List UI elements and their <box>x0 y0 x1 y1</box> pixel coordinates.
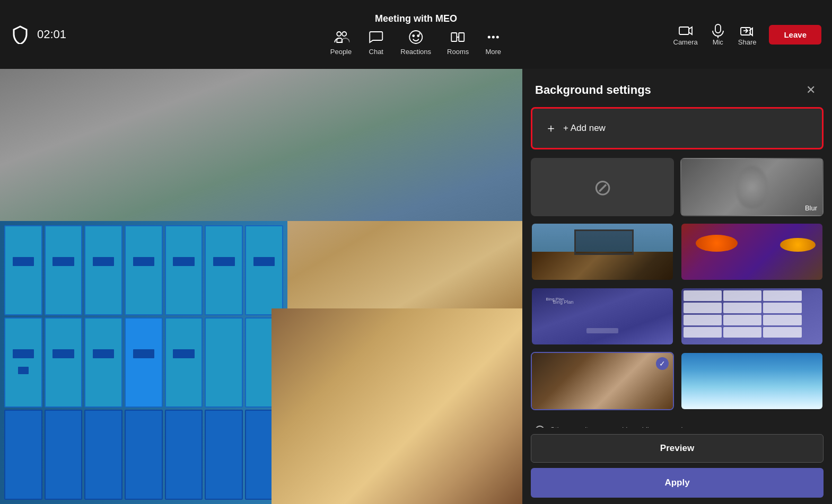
mic-icon <box>711 23 725 38</box>
share-control[interactable]: Share <box>738 23 757 46</box>
svg-point-9 <box>492 36 495 39</box>
notice-bar: i Others won't see your video while you … <box>531 419 824 428</box>
nav-item-more[interactable]: More <box>485 29 502 56</box>
preview-button[interactable]: Preview <box>531 434 824 463</box>
panel-content: ＋ + Add new ⊘ Blur <box>522 107 832 428</box>
none-thumb-inner: ⊘ <box>532 159 673 215</box>
nav-label-people: People <box>330 48 352 56</box>
add-new-button[interactable]: ＋ + Add new <box>531 107 824 149</box>
locker-area <box>0 221 287 504</box>
nav-icons: People Chat Reactions <box>330 29 502 56</box>
background-sky[interactable] <box>680 352 824 410</box>
camera-label: Camera <box>673 38 698 46</box>
panel-title: Background settings <box>535 83 651 97</box>
video-background <box>0 69 522 504</box>
video-area <box>0 69 522 504</box>
selected-checkmark: ✓ <box>656 357 669 370</box>
panel-header: Background settings ✕ <box>522 69 832 107</box>
background-purple2[interactable] <box>680 287 824 346</box>
svg-point-1 <box>342 32 346 36</box>
meeting-title: Meeting with MEO <box>375 13 457 24</box>
no-bg-icon: ⊘ <box>593 174 612 200</box>
svg-rect-5 <box>452 33 457 41</box>
plus-icon: ＋ <box>545 120 557 136</box>
reactions-icon <box>407 29 424 46</box>
close-panel-button[interactable]: ✕ <box>802 82 819 99</box>
svg-rect-11 <box>679 27 689 34</box>
svg-point-4 <box>417 35 419 37</box>
shield-icon <box>11 25 30 44</box>
svg-rect-6 <box>459 33 465 41</box>
more-icon <box>485 29 502 46</box>
top-bar-right: Camera Mic Share Leave <box>673 23 822 46</box>
room1-thumb <box>532 224 673 280</box>
camera-icon <box>678 23 693 38</box>
nav-label-chat: Chat <box>369 48 383 56</box>
share-label: Share <box>738 38 757 46</box>
purple2-thumb <box>681 288 822 344</box>
camera-control[interactable]: Camera <box>673 23 698 46</box>
office-thumb <box>532 353 673 409</box>
nav-label-more: More <box>485 48 501 56</box>
sky-thumb <box>681 353 822 409</box>
top-bar: 02:01 Meeting with MEO People C <box>0 0 832 69</box>
mic-control[interactable]: Mic <box>711 23 725 46</box>
floor-area <box>272 308 522 504</box>
nav-item-people[interactable]: People <box>330 29 352 56</box>
blur-silhouette <box>736 166 768 208</box>
chat-icon <box>367 29 384 46</box>
panel-footer: Preview Apply <box>522 428 832 504</box>
blur-label: Blur <box>805 204 817 212</box>
nav-item-reactions[interactable]: Reactions <box>400 29 431 56</box>
svg-point-3 <box>413 35 414 37</box>
timer-display: 02:01 <box>37 28 66 41</box>
background-grid: ⊘ Blur Bing Plan <box>531 158 824 410</box>
svg-point-0 <box>337 32 341 36</box>
background-office[interactable]: ✓ <box>531 352 674 410</box>
background-purple1[interactable]: Bing Plan <box>531 287 674 346</box>
apply-button[interactable]: Apply <box>531 468 824 498</box>
background-blur[interactable]: Blur <box>680 158 824 216</box>
share-icon <box>740 23 755 38</box>
background-none[interactable]: ⊘ <box>531 158 674 216</box>
svg-rect-12 <box>715 24 721 33</box>
svg-point-10 <box>496 36 499 39</box>
svg-point-2 <box>409 31 422 43</box>
leave-button[interactable]: Leave <box>769 25 821 45</box>
nav-item-rooms[interactable]: Rooms <box>447 29 469 56</box>
background-room2[interactable] <box>680 223 824 281</box>
people-icon <box>332 29 349 46</box>
blur-thumb-inner <box>681 159 822 215</box>
svg-point-8 <box>488 36 491 39</box>
room2-thumb <box>681 224 822 280</box>
rooms-icon <box>450 29 467 46</box>
nav-item-chat[interactable]: Chat <box>367 29 384 56</box>
background-settings-panel: Background settings ✕ ＋ + Add new ⊘ <box>522 69 832 504</box>
add-new-label: + Add new <box>563 123 606 134</box>
background-room1[interactable] <box>531 223 674 281</box>
top-bar-left: 02:01 <box>11 25 66 44</box>
nav-label-reactions: Reactions <box>400 48 431 56</box>
top-bar-center: Meeting with MEO People Chat <box>330 13 502 56</box>
purple1-thumb: Bing Plan <box>532 288 673 344</box>
nav-label-rooms: Rooms <box>447 48 469 56</box>
mic-label: Mic <box>713 38 723 46</box>
